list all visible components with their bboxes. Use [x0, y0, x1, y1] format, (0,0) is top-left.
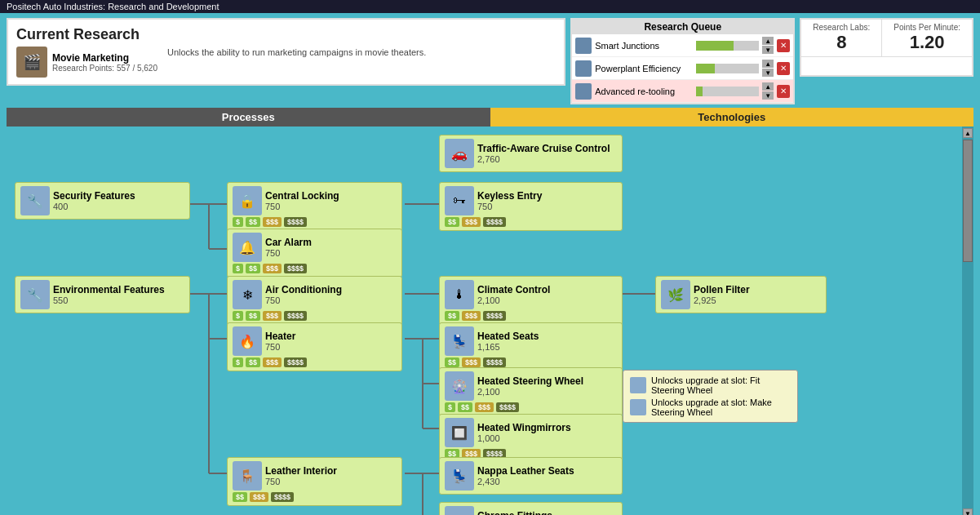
node-heated-seats[interactable]: 💺 Heated Seats 1,165 $$ $$$ $$$$	[439, 322, 623, 371]
node-security-features[interactable]: 🔧 Security Features 400	[15, 182, 190, 220]
tag-$[interactable]: $	[233, 217, 243, 227]
node-car-alarm[interactable]: 🔔 Car Alarm 750 $ $$ $$$ $$$$	[227, 229, 402, 277]
car-alarm-name: Car Alarm	[265, 237, 312, 248]
car-alarm-tag-$[interactable]: $	[233, 264, 243, 273]
env-name: Environmental Features	[53, 284, 165, 295]
nappa-cost: 2,430	[477, 477, 574, 486]
current-research-title: Current Research	[16, 26, 140, 43]
node-climate-control[interactable]: 🌡 Climate Control 2,100 $$ $$$ $$$$	[439, 276, 623, 325]
heater-name: Heater	[265, 331, 295, 342]
research-points: Research Points: 557 / 5,620	[52, 64, 157, 73]
scrollbar-thumb[interactable]	[963, 140, 973, 262]
leather-cost: 750	[265, 477, 337, 486]
tooltip-row-1: Unlocks upgrade at slot: Make Steering W…	[630, 397, 791, 417]
node-air-conditioning[interactable]: ❄ Air Conditioning 750 $ $$ $$$ $$$$	[227, 276, 402, 325]
ac-name: Air Conditioning	[265, 284, 342, 295]
stats-panel: Research Labs: 8 Points Per Minute: 1.20	[800, 18, 973, 77]
tag-$$$[interactable]: $$$	[263, 217, 282, 227]
climate-icon: 🌡	[445, 280, 474, 309]
security-name: Security Features	[53, 190, 135, 202]
pollen-name: Pollen Filter	[694, 284, 750, 295]
nappa-name: Nappa Leather Seats	[477, 465, 574, 477]
queue-remove-2[interactable]: ✕	[777, 85, 790, 98]
queue-item-0: Smart Junctions ▲ ▼ ✕	[572, 34, 793, 57]
current-research-panel: Current Research 🎬 Movie Marketing Resea…	[7, 18, 565, 86]
node-chrome-fittings[interactable]: ⚙ Chrome Fittings 2,300	[439, 502, 623, 515]
app-title: Positech Auto Industries: Research and D…	[7, 2, 219, 11]
central-locking-icon: 🔒	[233, 186, 262, 215]
security-icon: 🔧	[20, 186, 50, 215]
pollen-icon: 🌿	[661, 280, 690, 309]
car-alarm-cost: 750	[265, 248, 312, 258]
leather-name: Leather Interior	[265, 465, 337, 477]
env-icon: 🔧	[20, 280, 50, 309]
scrollbar-up[interactable]: ▲	[963, 128, 973, 138]
leather-icon: 🪑	[233, 461, 262, 491]
node-pollen-filter[interactable]: 🌿 Pollen Filter 2,925	[655, 276, 827, 313]
scrollbar-down[interactable]: ▼	[963, 508, 973, 515]
heated-seats-icon: 💺	[445, 326, 474, 356]
tooltip-text-1: Unlocks upgrade at slot: Make Steering W…	[651, 397, 791, 417]
tooltip-icon-0	[630, 377, 646, 393]
tooltip-icon-1	[630, 399, 646, 415]
climate-name: Climate Control	[477, 284, 550, 295]
tab-processes[interactable]: Processes	[7, 108, 490, 127]
queue-down-1[interactable]: ▼	[762, 69, 774, 77]
labs-value: 8	[813, 32, 870, 53]
queue-up-2[interactable]: ▲	[762, 82, 774, 91]
heated-steering-icon: 🎡	[445, 371, 474, 401]
car-alarm-tag-$$$[interactable]: $$$	[263, 264, 282, 273]
env-cost: 550	[53, 295, 165, 305]
chrome-name: Chrome Fittings	[477, 510, 552, 515]
heated-seats-name: Heated Seats	[477, 331, 539, 342]
labs-label: Research Labs:	[813, 23, 870, 32]
node-keyless-entry[interactable]: 🗝 Keyless Entry 750 $$ $$$ $$$$	[439, 182, 623, 231]
queue-down-2[interactable]: ▼	[762, 91, 774, 100]
queue-item-1: Powerplant Efficiency ▲ ▼ ✕	[572, 57, 793, 80]
security-cost: 400	[53, 202, 135, 211]
tag-$$[interactable]: $$	[246, 217, 260, 227]
research-queue: Research Queue Smart Junctions ▲ ▼ ✕ Pow…	[570, 18, 795, 104]
research-name: Movie Marketing	[52, 52, 157, 64]
node-heated-steering[interactable]: 🎡 Heated Steering Wheel 2,100 $ $$ $$$ $…	[439, 367, 623, 416]
node-leather-interior[interactable]: 🪑 Leather Interior 750 $$ $$$ $$$$	[227, 457, 402, 506]
node-heated-wingmirrors[interactable]: 🔲 Heated Wingmirrors 1,000 $$ $$$ $$$$	[439, 414, 623, 463]
nappa-icon: 💺	[445, 461, 474, 491]
central-locking-name: Central Locking	[265, 190, 339, 202]
heated-steering-cost: 2,100	[477, 387, 583, 397]
cruise-name: Traffic-Aware Cruise Control	[477, 143, 610, 154]
pollen-cost: 2,925	[694, 295, 750, 305]
node-heater[interactable]: 🔥 Heater 750 $ $$ $$$ $$$$	[227, 322, 402, 371]
research-section-title: Current Research 🎬 Movie Marketing Resea…	[16, 26, 157, 78]
car-alarm-tag-$$$$[interactable]: $$$$	[284, 264, 307, 273]
queue-up-0[interactable]: ▲	[762, 37, 774, 45]
ppm-label: Points Per Minute:	[894, 23, 960, 32]
scrollbar[interactable]: ▲ ▼	[962, 127, 973, 515]
node-nappa-leather[interactable]: 💺 Nappa Leather Seats 2,430	[439, 457, 623, 495]
queue-item-2: Advanced re-tooling ▲ ▼ ✕	[572, 80, 793, 103]
ac-icon: ❄	[233, 280, 262, 309]
queue-remove-1[interactable]: ✕	[777, 62, 790, 75]
queue-title: Research Queue	[572, 20, 793, 34]
queue-up-1[interactable]: ▲	[762, 60, 774, 68]
chrome-icon: ⚙	[445, 506, 474, 515]
cruise-icon: 🚗	[445, 139, 474, 168]
node-central-locking[interactable]: 🔒 Central Locking 750 $ $$ $$$ $$$$	[227, 182, 402, 231]
wingmirrors-name: Heated Wingmirrors	[477, 422, 571, 433]
keyless-name: Keyless Entry	[477, 190, 542, 202]
keyless-cost: 750	[477, 202, 542, 211]
queue-down-0[interactable]: ▼	[762, 46, 774, 54]
queue-remove-0[interactable]: ✕	[777, 39, 790, 52]
tooltip-row-0: Unlocks upgrade at slot: Fit Steering Wh…	[630, 375, 791, 395]
tag-$$$$[interactable]: $$$$	[284, 217, 307, 227]
heater-cost: 750	[265, 342, 295, 352]
tab-technologies[interactable]: Technologies	[490, 108, 974, 127]
central-locking-cost: 750	[265, 202, 339, 211]
car-alarm-tag-$$[interactable]: $$	[246, 264, 260, 273]
node-env-features[interactable]: 🔧 Environmental Features 550	[15, 276, 190, 313]
tooltip: Unlocks upgrade at slot: Fit Steering Wh…	[623, 370, 798, 423]
node-traffic-cruise[interactable]: 🚗 Traffic-Aware Cruise Control 2,760	[439, 135, 623, 172]
wingmirrors-cost: 1,000	[477, 433, 571, 443]
car-alarm-icon: 🔔	[233, 233, 262, 262]
keyless-icon: 🗝	[445, 186, 474, 215]
